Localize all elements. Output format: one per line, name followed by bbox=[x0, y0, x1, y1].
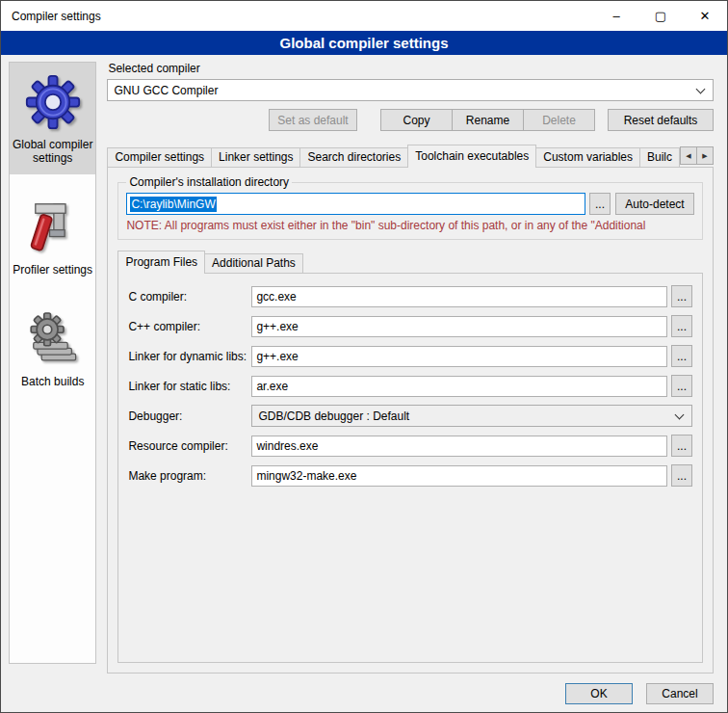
c-compiler-label: C compiler: bbox=[128, 290, 251, 304]
rename-button[interactable]: Rename bbox=[452, 109, 524, 131]
debugger-select[interactable]: GDB/CDB debugger : Default bbox=[251, 405, 692, 427]
sidebar-item-global-compiler-settings[interactable]: Global compiler settings bbox=[10, 63, 95, 174]
installation-directory-value: C:\raylib\MinGW bbox=[130, 197, 216, 212]
static-linker-browse-button[interactable]: ... bbox=[671, 375, 692, 397]
resource-compiler-input[interactable]: windres.exe bbox=[251, 436, 667, 457]
browse-directory-button[interactable]: ... bbox=[589, 193, 611, 215]
make-program-browse-button[interactable]: ... bbox=[671, 464, 692, 487]
dynamic-linker-row: Linker for dynamic libs: g++.exe ... bbox=[128, 345, 692, 367]
auto-detect-button[interactable]: Auto-detect bbox=[615, 193, 694, 215]
static-linker-value: ar.exe bbox=[256, 380, 288, 393]
resource-compiler-label: Resource compiler: bbox=[128, 439, 251, 453]
batch-builds-gear-icon bbox=[12, 311, 93, 367]
sidebar-item-label: Global compiler settings bbox=[12, 138, 93, 165]
c-compiler-browse-button[interactable]: ... bbox=[671, 285, 692, 307]
minimize-button[interactable]: – bbox=[594, 1, 638, 31]
window-controls: – ▢ ✕ bbox=[594, 1, 727, 31]
selected-compiler-label: Selected compiler bbox=[108, 62, 714, 75]
compiler-settings-window: Compiler settings – ▢ ✕ Global compiler … bbox=[0, 0, 728, 713]
sidebar-item-label: Batch builds bbox=[12, 375, 93, 388]
cpp-compiler-label: C++ compiler: bbox=[128, 320, 251, 333]
program-files-panel: C compiler: gcc.exe ... C++ compiler: g+… bbox=[117, 273, 703, 663]
dynamic-linker-label: Linker for dynamic libs: bbox=[128, 350, 251, 363]
bin-subdirectory-note: NOTE: All programs must exist either in … bbox=[126, 219, 694, 232]
dialog-footer: OK Cancel bbox=[1, 673, 727, 712]
settings-tabstrip: Compiler settings Linker settings Search… bbox=[107, 145, 714, 167]
resource-compiler-row: Resource compiler: windres.exe ... bbox=[128, 435, 692, 457]
cpp-compiler-browse-button[interactable]: ... bbox=[671, 315, 692, 337]
debugger-label: Debugger: bbox=[128, 409, 251, 423]
tab-scroll-arrows: ◀ ▶ bbox=[680, 146, 714, 165]
sidebar-item-label: Profiler settings bbox=[12, 263, 93, 277]
close-button[interactable]: ✕ bbox=[683, 1, 727, 31]
c-compiler-input[interactable]: gcc.exe bbox=[251, 286, 667, 307]
cpp-compiler-input[interactable]: g++.exe bbox=[251, 316, 667, 337]
toolchain-executables-panel: Compiler's installation directory C:\ray… bbox=[107, 167, 714, 673]
static-linker-input[interactable]: ar.exe bbox=[251, 376, 667, 397]
cpp-compiler-value: g++.exe bbox=[256, 320, 298, 333]
make-program-row: Make program: mingw32-make.exe ... bbox=[128, 464, 692, 487]
installation-directory-label: Compiler's installation directory bbox=[126, 175, 292, 189]
tab-scroll-right-icon[interactable]: ▶ bbox=[696, 146, 714, 165]
tab-additional-paths[interactable]: Additional Paths bbox=[204, 253, 303, 273]
resource-compiler-value: windres.exe bbox=[256, 439, 318, 453]
program-files-tabstrip: Program Files Additional Paths bbox=[117, 251, 703, 273]
make-program-input[interactable]: mingw32-make.exe bbox=[251, 465, 667, 487]
cpp-compiler-row: C++ compiler: g++.exe ... bbox=[128, 315, 692, 337]
dynamic-linker-browse-button[interactable]: ... bbox=[671, 345, 692, 367]
tab-linker-settings[interactable]: Linker settings bbox=[211, 147, 300, 167]
dynamic-linker-input[interactable]: g++.exe bbox=[251, 346, 667, 367]
tab-build-options-truncated[interactable]: Builc bbox=[639, 147, 680, 167]
tab-compiler-settings[interactable]: Compiler settings bbox=[107, 147, 212, 167]
chevron-down-icon bbox=[675, 409, 685, 419]
maximize-button[interactable]: ▢ bbox=[638, 1, 683, 31]
chevron-down-icon bbox=[696, 84, 706, 93]
delete-button: Delete bbox=[523, 109, 595, 131]
cancel-button[interactable]: Cancel bbox=[646, 683, 714, 704]
installation-directory-group: Compiler's installation directory C:\ray… bbox=[117, 175, 703, 240]
sidebar-item-profiler-settings[interactable]: Profiler settings bbox=[10, 188, 95, 286]
debugger-value: GDB/CDB debugger : Default bbox=[258, 409, 409, 423]
sidebar-item-batch-builds[interactable]: Batch builds bbox=[10, 300, 95, 398]
c-compiler-value: gcc.exe bbox=[256, 290, 296, 304]
tab-program-files[interactable]: Program Files bbox=[117, 251, 205, 274]
c-compiler-row: C compiler: gcc.exe ... bbox=[128, 285, 692, 307]
compiler-select-value: GNU GCC Compiler bbox=[114, 84, 218, 97]
make-program-value: mingw32-make.exe bbox=[256, 469, 356, 483]
compiler-select[interactable]: GNU GCC Compiler bbox=[107, 79, 714, 101]
compiler-actions: Set as default Copy Rename Delete Reset … bbox=[107, 109, 714, 131]
page-title: Global compiler settings bbox=[1, 31, 727, 55]
settings-sidebar: Global compiler settings Profiler settin… bbox=[9, 62, 96, 664]
main-panel: Selected compiler GNU GCC Compiler Set a… bbox=[107, 62, 714, 673]
debugger-row: Debugger: GDB/CDB debugger : Default bbox=[128, 405, 692, 427]
dialog-body: Global compiler settings Profiler settin… bbox=[1, 55, 727, 673]
titlebar: Compiler settings – ▢ ✕ bbox=[1, 1, 727, 31]
dynamic-linker-value: g++.exe bbox=[256, 350, 298, 363]
tab-scroll-left-icon[interactable]: ◀ bbox=[680, 146, 697, 165]
ok-button[interactable]: OK bbox=[565, 683, 633, 704]
installation-directory-input[interactable]: C:\raylib\MinGW bbox=[126, 193, 585, 215]
static-linker-row: Linker for static libs: ar.exe ... bbox=[128, 375, 692, 397]
tab-search-directories[interactable]: Search directories bbox=[299, 147, 408, 167]
installation-directory-row: C:\raylib\MinGW ... Auto-detect bbox=[126, 193, 694, 215]
reset-defaults-button[interactable]: Reset defaults bbox=[608, 109, 714, 131]
make-program-label: Make program: bbox=[128, 469, 251, 483]
resource-compiler-browse-button[interactable]: ... bbox=[671, 435, 692, 457]
static-linker-label: Linker for static libs: bbox=[128, 380, 251, 393]
global-compiler-gear-icon bbox=[12, 74, 93, 130]
window-title: Compiler settings bbox=[12, 10, 101, 23]
set-as-default-button: Set as default bbox=[269, 109, 357, 131]
tab-custom-variables[interactable]: Custom variables bbox=[535, 147, 640, 167]
profiler-tool-icon bbox=[12, 199, 93, 255]
copy-button[interactable]: Copy bbox=[380, 109, 453, 131]
tab-toolchain-executables[interactable]: Toolchain executables bbox=[407, 145, 536, 168]
